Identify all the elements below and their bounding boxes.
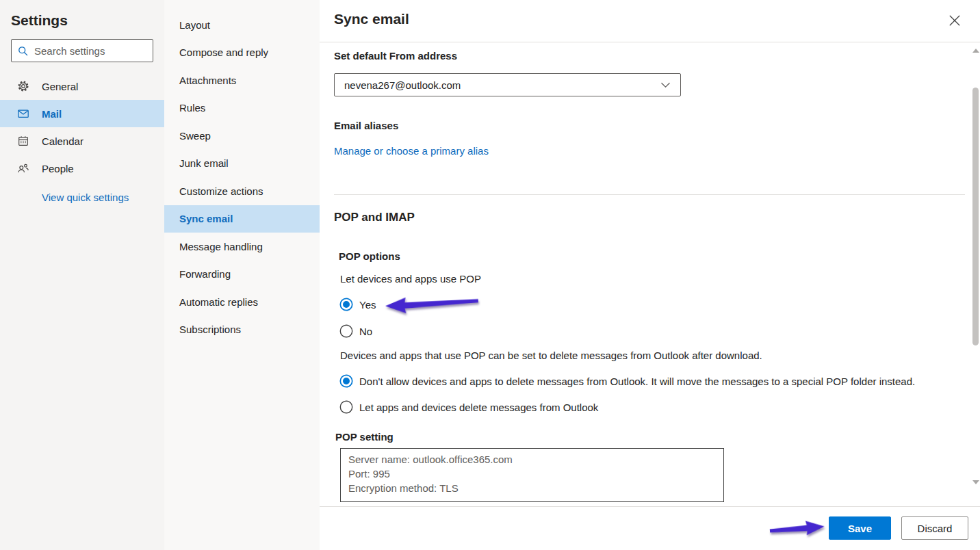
from-address-label: Set default From address [334, 50, 457, 62]
menu-item-customize-actions[interactable]: Customize actions [164, 177, 320, 205]
annotation-arrow-save [768, 517, 827, 542]
menu-item-automatic-replies[interactable]: Automatic replies [164, 288, 320, 316]
sidebar-item-label: People [42, 163, 74, 174]
menu-item-sync-email[interactable]: Sync email [164, 205, 320, 233]
radio-label: Don't allow devices and apps to delete m… [359, 376, 915, 387]
sync-email-panel: Sync email Set default From address neve… [320, 0, 980, 550]
sidebar-item-label: General [42, 81, 78, 92]
search-icon [17, 45, 29, 57]
close-icon[interactable] [949, 14, 961, 27]
calendar-icon [17, 135, 29, 147]
menu-item-compose-and-reply[interactable]: Compose and reply [164, 39, 320, 67]
header-divider [320, 42, 980, 42]
discard-button[interactable]: Discard [901, 516, 968, 540]
email-aliases-label: Email aliases [334, 120, 398, 131]
settings-sidebar: Settings General [0, 0, 164, 550]
scrollbar-down-icon[interactable] [972, 480, 979, 484]
radio-selected-icon [339, 298, 353, 311]
radio-label: Let apps and devices delete messages fro… [359, 402, 598, 413]
gear-icon [17, 80, 29, 92]
pop-setting-box[interactable]: Server name: outlook.office365.com Port:… [340, 448, 724, 502]
pop-imap-heading: POP and IMAP [334, 211, 415, 224]
search-settings-box[interactable] [11, 39, 153, 62]
radio-label: Yes [359, 299, 376, 311]
menu-item-subscriptions[interactable]: Subscriptions [164, 316, 320, 344]
pop-options-label: POP options [339, 250, 400, 262]
vertical-scrollbar[interactable] [971, 42, 980, 506]
scrollbar-thumb[interactable] [972, 88, 979, 345]
mail-settings-menu: Layout Compose and reply Attachments Rul… [164, 0, 320, 550]
view-quick-settings-link[interactable]: View quick settings [42, 192, 129, 203]
sidebar-item-general[interactable]: General [0, 73, 164, 100]
pop-setting-line: Port: 995 [348, 467, 716, 481]
annotation-arrow-yes [384, 293, 480, 318]
sidebar-item-label: Calendar [42, 135, 83, 147]
from-address-dropdown[interactable]: nevena267@outlook.com [334, 73, 681, 96]
menu-item-junk-email[interactable]: Junk email [164, 150, 320, 178]
radio-label: No [359, 326, 372, 337]
menu-item-message-handling[interactable]: Message handling [164, 233, 320, 261]
radio-option-yes[interactable]: Yes [339, 298, 376, 311]
pop-delete-label: Devices and apps that use POP can be set… [340, 350, 762, 361]
radio-unselected-icon [339, 324, 353, 338]
pop-setting-line: Server name: outlook.office365.com [348, 452, 716, 467]
page-title: Sync email [334, 11, 409, 27]
people-icon [17, 162, 29, 174]
menu-item-forwarding[interactable]: Forwarding [164, 261, 320, 289]
from-address-value: nevena267@outlook.com [344, 79, 660, 91]
menu-item-sweep[interactable]: Sweep [164, 122, 320, 150]
pop-setting-label: POP setting [335, 431, 394, 443]
radio-option-allow-delete[interactable]: Let apps and devices delete messages fro… [339, 400, 598, 414]
mail-icon [17, 107, 29, 120]
section-divider [334, 194, 965, 195]
menu-item-attachments[interactable]: Attachments [164, 66, 320, 94]
settings-nav-list: General Mail Calendar [0, 73, 164, 182]
menu-item-rules[interactable]: Rules [164, 94, 320, 122]
sidebar-item-people[interactable]: People [0, 155, 164, 182]
pop-setting-line: Encryption method: TLS [348, 481, 716, 495]
radio-option-no[interactable]: No [339, 324, 372, 338]
sidebar-item-mail[interactable]: Mail [0, 100, 164, 127]
save-button[interactable]: Save [829, 516, 891, 540]
sidebar-item-label: Mail [42, 108, 62, 120]
manage-alias-link[interactable]: Manage or choose a primary alias [334, 145, 489, 157]
radio-selected-icon [339, 374, 353, 388]
chevron-down-icon [660, 82, 671, 88]
use-pop-label: Let devices and apps use POP [340, 273, 481, 285]
radio-unselected-icon [339, 400, 353, 414]
scrollbar-up-icon[interactable] [972, 49, 979, 53]
radio-option-dont-allow-delete[interactable]: Don't allow devices and apps to delete m… [339, 374, 959, 388]
footer-bar: Save Discard [320, 506, 980, 550]
settings-title: Settings [0, 0, 164, 29]
menu-item-layout[interactable]: Layout [164, 11, 320, 39]
sidebar-item-calendar[interactable]: Calendar [0, 127, 164, 155]
search-input[interactable] [34, 45, 170, 57]
